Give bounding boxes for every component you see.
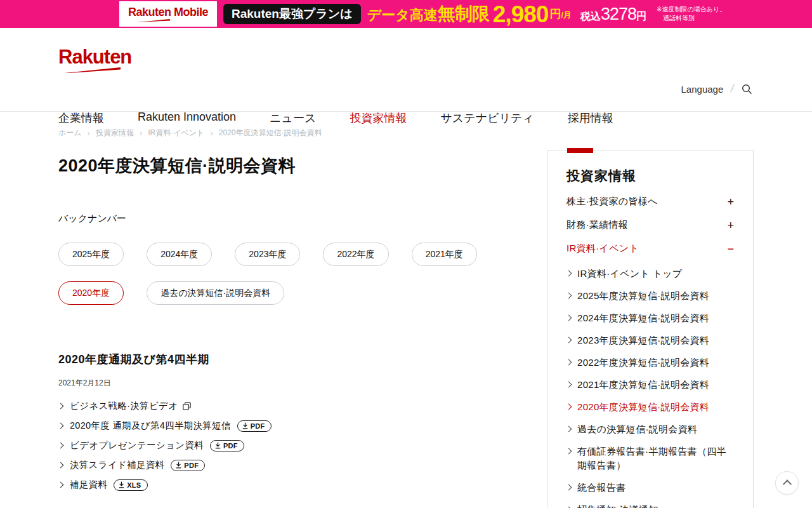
- chevron-right-icon: [566, 404, 572, 410]
- year-pill[interactable]: 2024年度: [147, 243, 212, 266]
- chevron-right-icon: [58, 482, 64, 488]
- sidebar-submenu-label: 招集通知·決議通知: [577, 503, 658, 508]
- sidebar-submenu-label: 統合報告書: [577, 481, 626, 495]
- nav-item[interactable]: 採用情報: [568, 110, 613, 126]
- site-header: Rakuten Language / 企業情報 Rakuten Innovati…: [0, 28, 812, 112]
- promo-plan-label: Rakuten最強プランは: [223, 4, 361, 25]
- chevron-up-icon: [782, 479, 791, 488]
- sidebar-submenu-label: 2025年度決算短信·説明会資料: [577, 289, 709, 303]
- nav-item[interactable]: 企業情報: [58, 110, 104, 126]
- promo-disclaimer: ※速度制限の場合あり。 通話料等別: [657, 5, 726, 23]
- breadcrumb-item: ホーム ›: [58, 128, 90, 138]
- chevron-right-icon: [58, 462, 64, 469]
- sidebar-submenu-item[interactable]: 2022年度決算短信·説明会資料: [566, 356, 734, 370]
- document-link-row[interactable]: 補足資料 XLS: [58, 475, 547, 495]
- sidebar-submenu-item[interactable]: 招集通知·決議通知: [566, 503, 734, 508]
- chevron-right-icon: [566, 485, 572, 491]
- document-link-label: 補足資料: [70, 479, 107, 491]
- sidebar-submenu: IR資料·イベント トップ 2025年度決算短信·説明会資料 2024年度決算短…: [566, 267, 734, 508]
- breadcrumb-link[interactable]: 投資家情報: [96, 128, 134, 138]
- sidebar-submenu-item[interactable]: 有価証券報告書·半期報告書（四半期報告書）: [566, 444, 734, 472]
- year-pill[interactable]: 2023年度: [235, 243, 300, 266]
- sidebar-submenu-item[interactable]: 2021年度決算短信·説明会資料: [566, 378, 734, 392]
- sidebar-accordion-label: IR資料·イベント: [566, 243, 639, 255]
- sidebar-accordion-label: 財務·業績情報: [566, 219, 628, 231]
- main-content: 2020年度決算短信·説明会資料 バックナンバー 2025年度 2024年度 2…: [58, 140, 547, 495]
- year-pill[interactable]: 過去の決算短信·説明会資料: [147, 281, 284, 305]
- sidebar-accordion-row[interactable]: 株主·投資家の皆様へ: [566, 190, 734, 213]
- breadcrumb-item: 投資家情報 ›: [96, 128, 142, 138]
- chevron-right-icon: [566, 315, 572, 321]
- breadcrumb-separator-icon: ›: [88, 128, 90, 138]
- sidebar-accordion-row[interactable]: 財務·業績情報: [566, 213, 734, 237]
- chevron-right-icon: [58, 423, 64, 429]
- breadcrumb-link[interactable]: 2020年度決算短信·説明会資料: [219, 128, 322, 138]
- external-window-icon: [183, 402, 191, 410]
- year-pill[interactable]: 2022年度: [323, 243, 388, 266]
- document-link-label: ビジネス戦略·決算ビデオ: [70, 400, 178, 412]
- download-badge[interactable]: PDF: [237, 420, 272, 432]
- ir-sidebar: 投資家情報 株主·投資家の皆様へ 財務·業績情報 IR資料·イベント: [547, 150, 754, 508]
- year-pill[interactable]: 2020年度: [58, 281, 124, 305]
- promo-banner[interactable]: Rakuten Mobile Rakuten最強プランは データ高速無制限 2,…: [0, 0, 812, 28]
- breadcrumb-link[interactable]: IR資料·イベント: [148, 128, 204, 138]
- sidebar-submenu-label: 2024年度決算短信·説明会資料: [577, 311, 709, 325]
- document-link-label: 決算スライド補足資料: [70, 459, 164, 471]
- expand-toggle-icon[interactable]: [727, 196, 734, 208]
- sidebar-submenu-item[interactable]: 2024年度決算短信·説明会資料: [566, 311, 734, 325]
- sidebar-submenu-label: 有価証券報告書·半期報告書（四半期報告書）: [577, 444, 734, 472]
- year-pill[interactable]: 2021年度: [412, 243, 477, 266]
- breadcrumb-link[interactable]: ホーム: [58, 128, 82, 138]
- nav-item[interactable]: サステナビリティ: [440, 110, 534, 126]
- language-selector[interactable]: Language: [681, 84, 724, 95]
- chevron-right-icon: [566, 271, 572, 277]
- year-pill[interactable]: 2025年度: [58, 243, 124, 266]
- chevron-right-icon: [566, 426, 572, 432]
- download-badge[interactable]: XLS: [114, 479, 147, 491]
- download-badge[interactable]: PDF: [171, 460, 205, 471]
- sidebar-submenu-label: 2020年度決算短信·説明会資料: [577, 400, 709, 414]
- chevron-right-icon: [566, 337, 572, 344]
- section-heading: 2020年度通期及び第4四半期: [58, 352, 547, 367]
- document-link-row[interactable]: ビデオプレゼンテーション資料 PDF: [58, 436, 547, 455]
- sidebar-submenu-item[interactable]: IR資料·イベント トップ: [566, 267, 734, 281]
- breadcrumb-item: 2020年度決算短信·説明会資料 ›: [219, 128, 322, 138]
- year-filter-pills: 2025年度 2024年度 2023年度 2022年度 2021年度 2020年…: [58, 243, 553, 305]
- breadcrumb-item: IR資料·イベント ›: [148, 128, 213, 138]
- scroll-to-top-button[interactable]: [775, 471, 799, 495]
- breadcrumb-separator-icon: ›: [210, 128, 213, 138]
- expand-toggle-icon[interactable]: [727, 220, 734, 231]
- document-link-row[interactable]: ビジネス戦略·決算ビデオ: [58, 396, 547, 416]
- promo-headline-em: 無制限: [438, 4, 489, 23]
- sidebar-submenu-label: 2023年度決算短信·説明会資料: [577, 333, 709, 347]
- download-icon: [242, 422, 248, 429]
- download-badge-label: PDF: [251, 422, 265, 430]
- nav-item[interactable]: Rakuten Innovation: [138, 110, 236, 126]
- nav-item[interactable]: ニュース: [270, 110, 316, 126]
- sidebar-submenu-label: IR資料·イベント トップ: [577, 267, 683, 281]
- chevron-right-icon: [58, 443, 64, 449]
- document-link-label: ビデオプレゼンテーション資料: [70, 439, 204, 451]
- page: Rakuten Mobile Rakuten最強プランは データ高速無制限 2,…: [0, 0, 812, 508]
- logo-swoosh-icon: [137, 19, 170, 22]
- sidebar-submenu-item[interactable]: 2020年度決算短信·説明会資料: [566, 400, 734, 414]
- sidebar-submenu-item[interactable]: 2023年度決算短信·説明会資料: [566, 333, 734, 347]
- download-icon: [176, 462, 181, 469]
- rakuten-logo[interactable]: Rakuten: [58, 47, 131, 73]
- document-link-row[interactable]: 2020年度 通期及び第4四半期決算短信 PDF: [58, 416, 547, 436]
- nav-item[interactable]: 投資家情報: [350, 110, 407, 126]
- sidebar-submenu-item[interactable]: 2025年度決算短信·説明会資料: [566, 289, 734, 303]
- sidebar-submenu-item[interactable]: 統合報告書: [566, 481, 734, 495]
- document-link-row[interactable]: 決算スライド補足資料 PDF: [58, 455, 547, 475]
- sidebar-accordion-row[interactable]: IR資料·イベント: [566, 237, 734, 260]
- sidebar-accent-bar: [567, 148, 593, 153]
- sidebar-submenu-label: 2021年度決算短信·説明会資料: [577, 378, 709, 392]
- sidebar-submenu-label: 過去の決算短信·説明会資料: [577, 422, 697, 436]
- document-list: ビジネス戦略·決算ビデオ 2020年度 通期及び第4四半期決算短信 PDF: [58, 396, 547, 495]
- download-badge[interactable]: PDF: [210, 440, 244, 451]
- promo-price: 2,980: [493, 3, 549, 26]
- search-icon[interactable]: [742, 84, 752, 95]
- expand-toggle-icon[interactable]: [727, 243, 734, 255]
- sidebar-submenu-item[interactable]: 過去の決算短信·説明会資料: [566, 422, 734, 436]
- rakuten-mobile-logo-text: Rakuten Mobile: [128, 6, 208, 18]
